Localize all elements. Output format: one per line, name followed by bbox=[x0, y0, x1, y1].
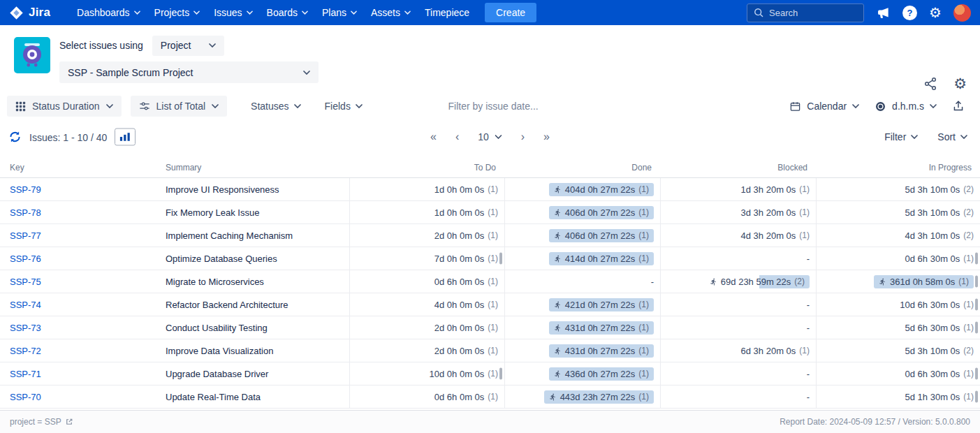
last-page-button[interactable]: » bbox=[543, 131, 550, 143]
issue-key-link[interactable]: SSP-72 bbox=[10, 346, 41, 356]
duration-format-dropdown[interactable]: d.h.m.s bbox=[875, 101, 937, 112]
issue-key-link[interactable]: SSP-73 bbox=[10, 323, 41, 333]
issue-summary: Fix Memory Leak Issue bbox=[166, 201, 349, 223]
nav-item-issues[interactable]: Issues bbox=[207, 0, 259, 25]
next-page-button[interactable]: › bbox=[521, 131, 525, 143]
status-count: (1) bbox=[488, 254, 498, 263]
jira-logo[interactable]: Jira bbox=[9, 6, 50, 20]
status-count: (1) bbox=[638, 300, 649, 309]
chart-view-toggle[interactable] bbox=[115, 129, 136, 146]
todo-cell: 10d 0h 0m 0s(1) bbox=[349, 362, 504, 385]
cell-scrollbar[interactable] bbox=[975, 299, 978, 311]
issue-key-link[interactable]: SSP-75 bbox=[10, 277, 41, 287]
duration-value: 10d 0h 0m 0s(1) bbox=[430, 369, 498, 379]
issue-summary: Update Real-Time Data bbox=[166, 386, 349, 408]
fields-dropdown[interactable]: Fields bbox=[325, 101, 363, 112]
duration-badge: 404d 0h 27m 22s(1) bbox=[549, 183, 654, 196]
create-button[interactable]: Create bbox=[485, 3, 536, 22]
issues-range-label: Issues: 1 - 10 / 40 bbox=[29, 131, 107, 142]
cell-scrollbar[interactable] bbox=[975, 391, 978, 403]
cell-scrollbar[interactable] bbox=[975, 322, 978, 334]
issue-key-link[interactable]: SSP-79 bbox=[10, 184, 41, 195]
report-toolbar: Status Duration List of Total Statuses F… bbox=[7, 94, 973, 118]
issue-date-filter-input[interactable] bbox=[448, 101, 574, 112]
issue-key-link[interactable]: SSP-74 bbox=[10, 300, 41, 310]
previous-page-button[interactable]: ‹ bbox=[455, 131, 459, 143]
issue-key-link[interactable]: SSP-78 bbox=[10, 207, 41, 218]
statuses-dropdown[interactable]: Statuses bbox=[251, 101, 300, 112]
runner-icon bbox=[879, 278, 886, 286]
cell-scrollbar[interactable] bbox=[499, 253, 502, 265]
duration-text: 0d 6h 30m 0s bbox=[905, 369, 960, 379]
status-count: (1) bbox=[638, 323, 649, 332]
search-input[interactable] bbox=[769, 8, 853, 18]
page-size-dropdown[interactable]: 10 bbox=[478, 131, 502, 142]
settings-gear-icon[interactable]: ⚙ bbox=[929, 6, 942, 20]
status-count: (1) bbox=[488, 230, 498, 240]
in-progress-cell: 4d 3h 10m 0s(2) bbox=[816, 224, 980, 247]
report-type-dropdown[interactable]: Status Duration bbox=[7, 96, 122, 117]
cell-scrollbar[interactable] bbox=[975, 253, 978, 265]
duration-value: - bbox=[651, 277, 654, 287]
top-navigation: Jira Dashboards Projects Issues Boards P… bbox=[0, 0, 980, 25]
todo-cell: 4d 0h 0m 0s(1) bbox=[349, 293, 504, 316]
blocked-cell: - bbox=[660, 293, 816, 316]
cell-scrollbar[interactable] bbox=[499, 368, 502, 380]
duration-badge: 436d 0h 27m 22s(1) bbox=[549, 367, 654, 381]
nav-item-boards[interactable]: Boards bbox=[260, 0, 315, 25]
nav-item-plans[interactable]: Plans bbox=[315, 0, 364, 25]
status-count: (1) bbox=[488, 207, 498, 217]
key-cell: SSP-76 bbox=[0, 247, 166, 270]
issue-source-mode-value: Project bbox=[161, 40, 191, 51]
share-icon[interactable] bbox=[923, 77, 937, 91]
duration-badge: 361d 0h 58m 0s(1) bbox=[874, 275, 974, 288]
cell-scrollbar[interactable] bbox=[975, 368, 978, 380]
duration-value: 5d 1h 30m 0s(1) bbox=[905, 392, 974, 402]
nav-item-label: Projects bbox=[154, 7, 190, 18]
status-count: (1) bbox=[488, 300, 498, 309]
status-count: (1) bbox=[638, 230, 649, 240]
in-progress-cell: 10d 6h 30m 0s(1) bbox=[816, 293, 980, 316]
help-icon[interactable]: ? bbox=[902, 6, 917, 20]
runner-icon bbox=[554, 186, 562, 193]
duration-value: - bbox=[807, 323, 810, 333]
blocked-cell: - bbox=[660, 386, 816, 408]
issue-key-link[interactable]: SSP-76 bbox=[10, 254, 41, 264]
status-count: (1) bbox=[799, 207, 810, 217]
blocked-cell: - bbox=[660, 316, 816, 339]
nav-item-label: Timepiece bbox=[425, 7, 469, 18]
issue-source-mode-dropdown[interactable]: Project bbox=[152, 36, 225, 56]
footer-filter-link[interactable]: project = SSP bbox=[10, 417, 73, 427]
duration-value: 4d 3h 10m 0s(2) bbox=[905, 230, 974, 241]
chevron-down-icon bbox=[193, 10, 200, 15]
nav-item-timepiece[interactable]: Timepiece bbox=[418, 0, 476, 25]
duration-text: 1d 3h 20m 0s bbox=[741, 184, 796, 195]
first-page-button[interactable]: « bbox=[430, 131, 437, 143]
report-settings-gear-icon[interactable]: ⚙ bbox=[953, 76, 967, 91]
export-icon[interactable] bbox=[952, 100, 965, 112]
cell-scrollbar[interactable] bbox=[975, 276, 978, 288]
project-dropdown[interactable]: SSP - Sample Scrum Project bbox=[59, 61, 319, 83]
nav-item-assets[interactable]: Assets bbox=[364, 0, 418, 25]
duration-text: 5d 3h 10m 0s bbox=[905, 346, 960, 356]
calendar-dropdown[interactable]: Calendar bbox=[789, 101, 859, 112]
refresh-icon[interactable] bbox=[8, 131, 22, 144]
sort-dropdown[interactable]: Sort bbox=[937, 131, 967, 142]
view-type-dropdown[interactable]: List of Total bbox=[131, 96, 228, 117]
nav-item-dashboards[interactable]: Dashboards bbox=[70, 0, 147, 25]
issue-key-link[interactable]: SSP-71 bbox=[10, 369, 41, 379]
done-cell: - bbox=[504, 270, 660, 293]
issue-key-link[interactable]: SSP-70 bbox=[10, 392, 41, 402]
navbar-search[interactable] bbox=[747, 3, 864, 22]
issue-key-link[interactable]: SSP-77 bbox=[10, 230, 41, 241]
table-row: SSP-75Migrate to Microservices0d 6h 0m 0… bbox=[0, 270, 980, 293]
done-cell: 436d 0h 27m 22s(1) bbox=[504, 362, 660, 385]
megaphone-icon[interactable] bbox=[876, 6, 891, 20]
chevron-down-icon bbox=[209, 43, 216, 47]
todo-cell: 2d 0h 0m 0s(1) bbox=[349, 339, 504, 362]
user-avatar[interactable] bbox=[953, 4, 971, 22]
duration-text: - bbox=[807, 300, 810, 310]
key-cell: SSP-74 bbox=[0, 293, 166, 316]
nav-item-projects[interactable]: Projects bbox=[147, 0, 207, 25]
filter-dropdown[interactable]: Filter bbox=[884, 131, 918, 142]
